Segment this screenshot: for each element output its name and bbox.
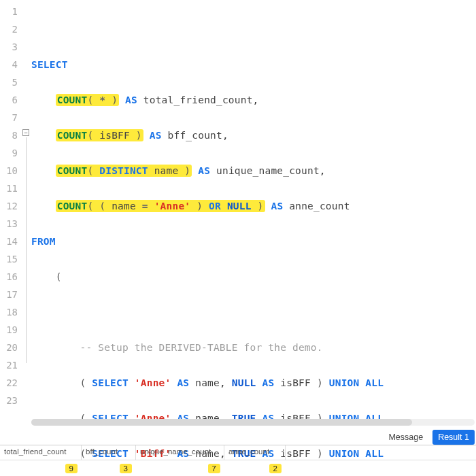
code-line: COUNT( * ) AS total_friend_count, xyxy=(31,91,476,109)
fold-toggle-icon[interactable]: − xyxy=(22,129,29,136)
code-area[interactable]: SELECT COUNT( * ) AS total_friend_count,… xyxy=(31,0,476,476)
code-line: ( xyxy=(31,268,476,286)
col-header[interactable]: bff_count xyxy=(82,445,136,460)
scrollbar-thumb[interactable] xyxy=(31,419,412,426)
line-gutter: 123 456 789 101112 131415 161718 192021 … xyxy=(0,0,22,409)
cell: 3 xyxy=(82,462,136,475)
horizontal-scrollbar[interactable] xyxy=(31,419,475,426)
result-tabs: Message Result 1 xyxy=(383,430,476,445)
col-header[interactable]: total_friend_count xyxy=(0,445,82,460)
col-header[interactable]: unique_name_count xyxy=(136,445,224,460)
code-editor[interactable]: 123 456 789 101112 131415 161718 192021 … xyxy=(0,0,476,411)
cell: 9 xyxy=(0,462,82,475)
code-line: -- Setup the DERIVED-TABLE for the demo. xyxy=(31,339,476,356)
tab-message[interactable]: Message xyxy=(383,430,428,445)
tab-result1[interactable]: Result 1 xyxy=(432,430,475,445)
code-line: COUNT( isBFF ) AS bff_count, xyxy=(31,126,476,144)
code-line: COUNT( ( name = 'Anne' ) OR NULL ) AS an… xyxy=(31,197,476,215)
code-line xyxy=(31,303,476,321)
code-line: FROM xyxy=(31,233,476,250)
code-line: ( SELECT 'Anne' AS name, NULL AS isBFF )… xyxy=(31,374,476,392)
code-line: COUNT( DISTINCT name ) AS unique_name_co… xyxy=(31,162,476,180)
code-line xyxy=(31,20,476,38)
results-data-row[interactable]: 9 3 7 2 xyxy=(0,460,476,476)
results-grid: total_friend_count bff_count unique_name… xyxy=(0,445,476,476)
col-header[interactable]: anne_count xyxy=(224,445,286,460)
code-line: SELECT xyxy=(31,56,476,73)
results-header-row: total_friend_count bff_count unique_name… xyxy=(0,445,476,460)
cell: 2 xyxy=(224,462,286,475)
cell: 7 xyxy=(136,462,224,475)
